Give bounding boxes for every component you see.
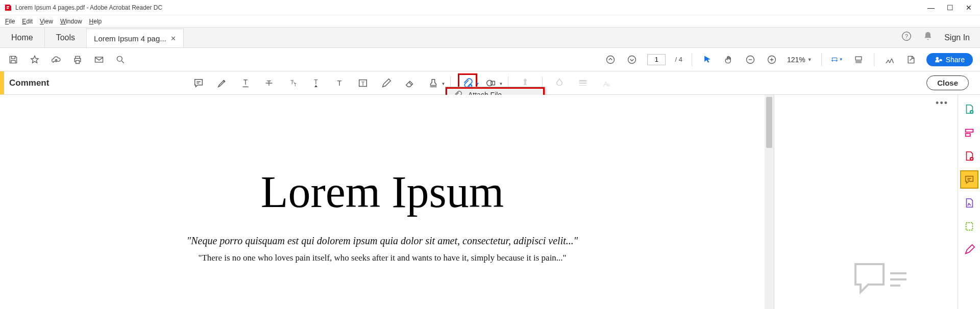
highlight-tool-icon[interactable]: [215, 76, 229, 90]
rail-create-pdf-icon[interactable]: [961, 101, 977, 117]
text-properties-icon[interactable]: Aa: [600, 76, 613, 90]
svg-rect-8: [855, 57, 862, 60]
document-tab[interactable]: Lorem Ipsum 4 pag... ✕: [87, 29, 184, 47]
star-icon[interactable]: [29, 54, 41, 66]
close-comment-button[interactable]: Close: [926, 75, 969, 90]
stamp-tool-icon[interactable]: ▼: [427, 76, 440, 90]
page-down-icon[interactable]: [626, 54, 638, 66]
sign-tool-icon[interactable]: [884, 54, 896, 66]
sign-in-link[interactable]: Sign In: [944, 33, 970, 42]
rail-fill-sign-icon[interactable]: [961, 195, 977, 211]
doc-heading: Lorem Ipsum: [261, 166, 504, 218]
rail-redact-icon[interactable]: [961, 242, 977, 258]
vertical-scrollbar[interactable]: [765, 95, 774, 309]
document-area: Lorem Ipsum "Neque porro quisquam est qu…: [0, 95, 980, 309]
menu-file[interactable]: File: [5, 18, 15, 25]
menu-help[interactable]: Help: [89, 18, 102, 25]
text-box-tool-icon[interactable]: T: [356, 76, 370, 90]
title-bar: Lorem Ipsum 4 pages.pdf - Adobe Acrobat …: [0, 0, 980, 15]
window-title: Lorem Ipsum 4 pages.pdf - Adobe Acrobat …: [15, 4, 162, 11]
empty-comments-icon: [850, 254, 912, 302]
svg-rect-2: [95, 57, 103, 62]
rail-comment-icon[interactable]: [961, 171, 977, 188]
scrollbar-thumb[interactable]: [766, 97, 772, 148]
menu-view[interactable]: View: [40, 18, 53, 25]
top-nav: Home Tools Lorem Ipsum 4 pag... ✕ ? Sign…: [0, 28, 980, 48]
sticky-note-tool-icon[interactable]: [192, 76, 205, 90]
svg-text:T: T: [243, 78, 248, 86]
share-button[interactable]: Share: [926, 53, 973, 66]
svg-point-5: [628, 56, 636, 63]
cloud-upload-icon[interactable]: [50, 54, 62, 66]
doc-subquote: "There is no one who loves pain itself, …: [198, 253, 566, 263]
svg-rect-28: [966, 223, 972, 230]
line-thickness-icon[interactable]: [576, 76, 590, 90]
add-text-tool-icon[interactable]: T: [333, 76, 346, 90]
svg-text:T: T: [337, 79, 342, 87]
share-label: Share: [946, 56, 965, 64]
selection-tool-icon[interactable]: [701, 54, 714, 66]
svg-text:T: T: [291, 79, 294, 85]
acrobat-icon: [4, 4, 12, 12]
menu-window[interactable]: Window: [60, 18, 82, 25]
pencil-tool-icon[interactable]: [380, 76, 393, 90]
rail-organize-pages-icon[interactable]: [961, 218, 977, 235]
eraser-tool-icon[interactable]: [403, 76, 416, 90]
rail-combine-files-icon[interactable]: [961, 124, 977, 141]
svg-rect-20: [491, 81, 495, 85]
page-number-input[interactable]: [647, 54, 666, 65]
svg-point-9: [936, 57, 938, 59]
zoom-out-icon[interactable]: [744, 54, 756, 66]
svg-text:?: ?: [905, 33, 908, 39]
menu-edit[interactable]: Edit: [22, 18, 33, 25]
bell-icon[interactable]: [923, 31, 933, 44]
print-icon[interactable]: [71, 54, 84, 66]
maximize-button[interactable]: ☐: [947, 4, 953, 12]
strikethrough-tool-icon[interactable]: T: [262, 76, 276, 90]
comment-label: Comment: [9, 78, 49, 88]
page-up-icon[interactable]: [604, 54, 617, 66]
svg-text:T: T: [314, 78, 318, 85]
comment-active-indicator: [0, 71, 4, 94]
color-tool-icon[interactable]: [553, 76, 566, 90]
underline-tool-icon[interactable]: T: [239, 76, 252, 90]
svg-rect-26: [965, 134, 970, 137]
fit-width-icon[interactable]: ▼: [831, 54, 843, 66]
replace-text-tool-icon[interactable]: TT: [286, 76, 299, 90]
svg-text:T: T: [361, 80, 365, 86]
help-icon[interactable]: ?: [901, 31, 912, 44]
svg-text:T: T: [294, 83, 297, 87]
page-display-icon[interactable]: [852, 54, 865, 66]
svg-point-4: [607, 56, 615, 63]
close-window-button[interactable]: ✕: [966, 4, 972, 12]
window-controls: — ☐ ✕: [927, 4, 976, 12]
search-icon[interactable]: [114, 54, 127, 66]
right-tool-rail: [958, 95, 980, 309]
svg-rect-25: [965, 130, 973, 133]
document-page[interactable]: Lorem Ipsum "Neque porro quisquam est qu…: [0, 95, 765, 309]
save-icon[interactable]: [7, 54, 19, 66]
comments-panel: •••: [774, 95, 958, 309]
nav-home[interactable]: Home: [0, 28, 45, 47]
svg-point-3: [117, 56, 122, 61]
zoom-in-icon[interactable]: [766, 54, 778, 66]
hand-tool-icon[interactable]: [723, 54, 735, 66]
minimize-button[interactable]: —: [927, 4, 935, 12]
doc-quote: "Neque porro quisquam est qui dolorem ip…: [187, 235, 578, 247]
panel-options-icon[interactable]: •••: [936, 98, 948, 109]
email-icon[interactable]: [93, 54, 105, 66]
nav-tools[interactable]: Tools: [45, 28, 87, 47]
main-toolbar: / 4 121%▼ ▼ Share: [0, 48, 980, 71]
tab-label: Lorem Ipsum 4 pag...: [94, 34, 166, 43]
menu-bar: File Edit View Window Help: [0, 15, 980, 28]
svg-text:a: a: [607, 82, 610, 87]
rail-edit-pdf-icon[interactable]: [961, 148, 977, 164]
insert-text-tool-icon[interactable]: T: [309, 76, 323, 90]
zoom-level[interactable]: 121%▼: [787, 56, 812, 64]
tab-close-icon[interactable]: ✕: [170, 35, 176, 42]
annotate-tool-icon[interactable]: [905, 54, 917, 66]
page-total: / 4: [675, 56, 682, 63]
